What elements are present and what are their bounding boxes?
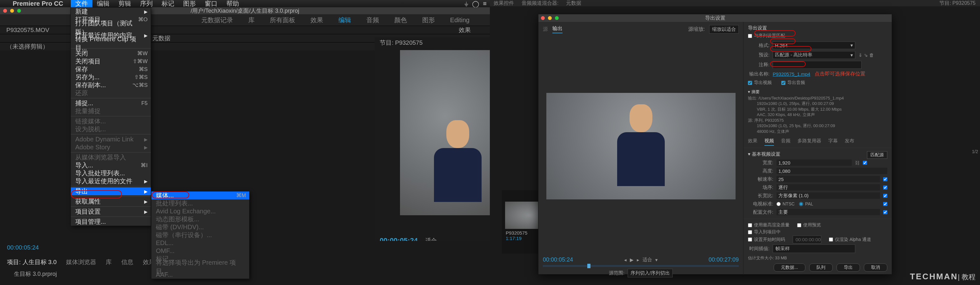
bin-project[interactable]: 项目: 人生目标 3.0	[7, 258, 57, 266]
file-menu-item[interactable]: 项目管理...	[71, 218, 151, 226]
file-menu-item[interactable]: 捕捉...F5	[71, 99, 151, 107]
order-value[interactable]: 逐行	[776, 184, 880, 190]
file-menu-item[interactable]: 获取属性▶	[71, 198, 151, 206]
file-menu-item[interactable]: 保存副本...⌥⌘S	[71, 81, 151, 89]
file-menu-item[interactable]: 导入...⌘I	[71, 162, 151, 169]
program-video[interactable]	[400, 50, 490, 215]
match-seq-checkbox[interactable]	[748, 34, 752, 38]
ws-editing-en[interactable]: Editing	[442, 16, 477, 24]
menu-sequence[interactable]: 序列	[135, 0, 157, 7]
use-preview-checkbox[interactable]	[797, 223, 801, 227]
export-video-checkbox[interactable]	[748, 81, 752, 85]
export-zoom-icon[interactable]	[555, 16, 559, 20]
tab-effect-controls[interactable]: 效果控件	[494, 0, 514, 7]
minimize-icon[interactable]	[10, 9, 14, 13]
wifi-icon[interactable]: ⏚	[465, 0, 468, 7]
export-audio-checkbox[interactable]	[781, 81, 785, 85]
aspect-match-checkbox[interactable]	[883, 194, 887, 198]
chevron-down-icon[interactable]: ▾	[655, 257, 658, 263]
link-icon[interactable]: ⛓	[855, 160, 860, 165]
order-match-checkbox[interactable]	[883, 185, 887, 190]
export-tc-in[interactable]: 00:00:05:24	[543, 256, 573, 263]
bin-media-browser[interactable]: 媒体浏览器	[66, 258, 96, 266]
bin-info[interactable]: 信息	[121, 258, 133, 266]
width-value[interactable]: 1,920	[776, 160, 852, 166]
ws-graphics[interactable]: 图形	[415, 16, 442, 24]
tv-match-checkbox[interactable]	[883, 202, 887, 206]
scrub-handle[interactable]	[587, 264, 590, 268]
exp-step-fwd-icon[interactable]: ▸	[637, 257, 640, 263]
import-proj-checkbox[interactable]	[748, 230, 752, 234]
src-scale-select[interactable]: 缩放以适合	[709, 25, 739, 33]
fps-match-checkbox[interactable]	[883, 177, 887, 181]
tv-pal-radio[interactable]	[799, 202, 803, 206]
tab-audio[interactable]: 音频	[781, 138, 791, 146]
ws-effects[interactable]: 效果	[303, 16, 331, 24]
source-range-select[interactable]: 序列切入/序列切出	[628, 269, 673, 277]
file-menu-item[interactable]: 另存为...⇧⌘S	[71, 73, 151, 81]
preset-select[interactable]: 匹配源 - 高比特率▾	[773, 51, 855, 59]
preset-import-icon[interactable]: ⇘	[864, 52, 868, 58]
start-tc-checkbox[interactable]	[748, 238, 752, 242]
tab-video[interactable]: 视频	[764, 138, 774, 146]
queue-button[interactable]: 队列	[809, 263, 833, 272]
fps-value[interactable]: 25	[776, 176, 880, 182]
cancel-button[interactable]: 取消	[864, 263, 887, 272]
ws-metadata[interactable]: 元数据记录	[194, 16, 241, 24]
menu-extra-icon[interactable]: ≡	[483, 0, 487, 7]
width-match-checkbox[interactable]	[863, 161, 867, 165]
tab-effects[interactable]: 效果	[748, 138, 757, 146]
zoom-icon[interactable]	[17, 9, 21, 13]
tab-audio-mixer[interactable]: 音频频道混合器:	[522, 0, 558, 7]
file-menu-item[interactable]: 保存⌘S	[71, 65, 151, 73]
user-icon[interactable]: ◯	[472, 0, 479, 8]
ws-color[interactable]: 颜色	[387, 16, 415, 24]
file-menu-item[interactable]: 项目设置▶	[71, 207, 151, 215]
file-menu-item[interactable]: 导出▶	[71, 187, 151, 195]
file-menu-item[interactable]: 转换 Premiere Clip 项目...	[71, 39, 151, 47]
file-menu-item[interactable]: 导入最近使用的文件▶	[71, 177, 151, 185]
ws-library[interactable]: 库	[241, 16, 262, 24]
tab-metadata[interactable]: 元数据	[566, 0, 581, 7]
ws-audio[interactable]: 音频	[359, 16, 387, 24]
tab-publish[interactable]: 发布	[845, 138, 854, 146]
format-select[interactable]: H.264▾	[773, 41, 855, 49]
menu-clip[interactable]: 剪辑	[114, 0, 135, 7]
max-render-checkbox[interactable]	[748, 223, 752, 227]
export-tc-out[interactable]: 00:00:27:09	[709, 256, 739, 263]
src-tab-source[interactable]: 源	[543, 26, 548, 33]
source-timecode[interactable]: 00:00:05:24	[7, 244, 39, 251]
bin-library[interactable]: 库	[106, 258, 112, 266]
output-name-link[interactable]: P9320575_1.mp4	[773, 71, 810, 77]
export-button[interactable]: 导出	[837, 263, 860, 272]
file-menu-item[interactable]: 打开团队项目（测试版）...	[71, 24, 151, 32]
file-menu-item[interactable]: 导入批处理列表...	[71, 169, 151, 177]
ws-editing[interactable]: 编辑	[331, 16, 359, 24]
src-tab-output[interactable]: 输出	[552, 25, 563, 33]
height-value[interactable]: 1,080	[776, 168, 887, 174]
menu-marker[interactable]: 标记	[157, 0, 179, 7]
file-menu-item[interactable]: 新建▶	[71, 8, 151, 16]
menu-file[interactable]: 文件	[71, 0, 92, 7]
export-menu-item[interactable]: 媒体...⌘M	[151, 192, 249, 200]
export-preview-video[interactable]	[546, 93, 735, 200]
source-tab-effects[interactable]: 效果	[459, 26, 471, 34]
exp-play-icon[interactable]: ▶	[630, 257, 634, 263]
tab-mux[interactable]: 多路复用器	[797, 138, 821, 146]
export-fit[interactable]: 适合	[643, 257, 652, 263]
export-scrubber[interactable]	[543, 265, 739, 267]
tab-captions[interactable]: 字幕	[828, 138, 838, 146]
menu-window[interactable]: 窗口	[200, 0, 222, 7]
close-icon[interactable]	[3, 9, 7, 13]
export-min-icon[interactable]	[548, 16, 552, 20]
exp-step-back-icon[interactable]: ◂	[624, 257, 627, 263]
match-source-button[interactable]: 匹配源	[867, 151, 887, 159]
metadata-button[interactable]: 元数据...	[774, 263, 805, 272]
file-menu-item[interactable]: 关闭项目⇧⌘W	[71, 57, 151, 65]
preset-delete-icon[interactable]: 🗑	[869, 52, 874, 58]
alpha-checkbox[interactable]	[829, 238, 833, 242]
aspect-value[interactable]: 方形像素 (1.0)	[776, 192, 880, 199]
export-close-icon[interactable]	[541, 16, 545, 20]
tv-ntsc-radio[interactable]	[776, 202, 781, 206]
preset-save-icon[interactable]: ⇓	[858, 52, 862, 58]
